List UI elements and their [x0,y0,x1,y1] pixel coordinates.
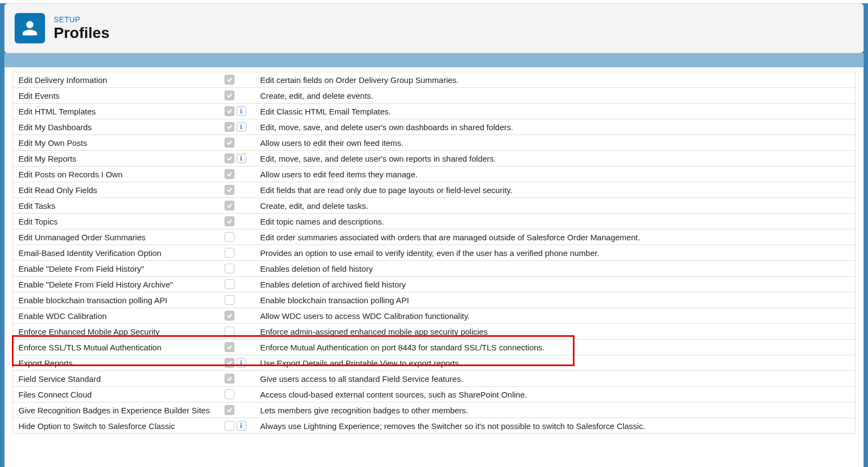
permission-description: Edit, move, save, and delete user's own … [255,119,856,135]
permission-row: Files Connect CloudAccess cloud-based ex… [13,387,856,402]
permission-description: Edit fields that are read only due to pa… [255,182,856,198]
permission-row: Enable blockchain transaction polling AP… [13,292,856,308]
permission-checkbox[interactable] [225,138,234,148]
permission-controls [219,167,255,182]
info-icon[interactable]: i [237,106,246,116]
permission-row: Enable "Delete From Field History Archiv… [13,277,856,292]
permission-description: Enables deletion of field history [255,261,856,277]
permission-checkbox[interactable] [225,91,234,100]
permission-label: Email-Based Identity Verification Option [13,245,219,261]
permission-description: Allow users to edit feed items they mana… [255,167,856,182]
permission-description: Edit Classic HTML Email Templates. [255,104,856,119]
permission-description: Allow users to edit their own feed items… [255,135,856,151]
permission-row: Edit My ReportsiEdit, move, save, and de… [13,151,856,167]
permission-row: Hide Option to Switch to Salesforce Clas… [13,418,856,434]
permission-row: Edit TopicsEdit topic names and descript… [13,214,856,229]
permission-description: Create, edit, and delete events. [255,88,856,104]
decorative-band [4,53,864,67]
permission-description: Enforce admin-assigned enhanced mobile a… [255,324,856,340]
permission-controls [219,402,255,418]
permission-controls [219,371,255,387]
permission-checkbox[interactable] [225,169,234,179]
permission-label: Edit Topics [13,214,219,229]
permission-row: Enforce SSL/TLS Mutual AuthenticationEnf… [13,340,856,355]
permission-checkbox[interactable] [225,106,234,116]
permission-row: Edit Read Only FieldsEdit fields that ar… [13,182,856,198]
permissions-panel: Edit Delivery InformationEdit certain fi… [4,67,864,467]
permission-checkbox[interactable] [225,232,234,242]
permission-controls [219,229,255,245]
permission-label: Edit My Reports [13,151,219,167]
permission-checkbox[interactable] [225,358,234,368]
info-icon[interactable]: i [237,421,246,431]
info-icon[interactable]: i [237,358,246,368]
permission-controls [219,261,255,277]
permission-controls [219,245,255,261]
breadcrumb: SETUP [54,15,110,24]
permission-row: Field Service StandardGive users access … [13,371,856,387]
permission-label: Edit Unmanaged Order Summaries [13,229,219,245]
permission-checkbox[interactable] [225,405,234,415]
permission-controls [219,88,255,104]
info-icon[interactable]: i [237,153,246,163]
permission-label: Enable blockchain transaction polling AP… [13,292,219,308]
permission-controls [219,292,255,308]
permission-label: Edit Posts on Records I Own [13,167,219,182]
permission-controls: i [219,104,255,119]
permission-checkbox[interactable] [225,295,234,305]
permission-description: Allow WDC users to access WDC Calibratio… [255,308,856,324]
permission-controls [219,198,255,214]
permission-checkbox[interactable] [225,75,234,85]
permission-checkbox[interactable] [225,374,234,383]
permission-row: Email-Based Identity Verification Option… [13,245,856,261]
permission-checkbox[interactable] [225,389,234,399]
permission-label: Edit My Own Posts [13,135,219,151]
permission-label: Files Connect Cloud [13,387,219,402]
permission-controls [219,182,255,198]
permission-checkbox[interactable] [225,248,234,258]
permission-checkbox[interactable] [225,216,234,226]
permission-checkbox[interactable] [225,185,234,195]
permission-row: Enforce Enhanced Mobile App SecurityEnfo… [13,324,856,340]
permission-controls [219,135,255,151]
permission-row: Edit TasksCreate, edit, and delete tasks… [13,198,856,214]
permission-checkbox[interactable] [225,201,234,210]
permission-description: Enables deletion of archived field histo… [255,277,856,292]
permission-checkbox[interactable] [225,327,234,336]
permission-checkbox[interactable] [225,279,234,289]
permission-label: Edit Tasks [13,198,219,214]
permission-checkbox[interactable] [225,421,234,431]
permission-checkbox[interactable] [225,311,234,321]
permission-description: Edit, move, save, and delete user's own … [255,151,856,167]
permission-label: Edit HTML Templates [13,104,219,119]
permission-checkbox[interactable] [225,264,234,273]
permission-row: Enable WDC CalibrationAllow WDC users to… [13,308,856,324]
permission-checkbox[interactable] [225,122,234,132]
permission-controls [219,277,255,292]
permission-description: Create, edit, and delete tasks. [255,198,856,214]
info-icon[interactable]: i [237,122,246,132]
permission-row: Edit Delivery InformationEdit certain fi… [13,72,856,88]
permission-description: Enforce Mutual Authentication on port 84… [255,340,856,355]
permission-label: Enforce Enhanced Mobile App Security [13,324,219,340]
permission-label: Enable "Delete From Field History Archiv… [13,277,219,292]
permission-label: Enable "Delete From Field History" [13,261,219,277]
profile-icon [15,13,45,43]
permission-checkbox[interactable] [225,342,234,352]
permission-description: Lets members give recognition badges to … [255,402,856,418]
permission-label: Give Recognition Badges in Experience Bu… [13,402,219,418]
permission-label: Export Reports [13,355,219,371]
permission-checkbox[interactable] [225,153,234,163]
permissions-table: Edit Delivery InformationEdit certain fi… [12,72,856,434]
permission-row: Edit EventsCreate, edit, and delete even… [13,88,856,104]
permission-description: Edit topic names and descriptions. [255,214,856,229]
setup-header: SETUP Profiles [4,3,864,53]
permission-row: Edit Posts on Records I OwnAllow users t… [13,167,856,182]
permission-controls: i [219,151,255,167]
permission-row: Edit My Own PostsAllow users to edit the… [13,135,856,151]
permission-controls [219,72,255,88]
page-title: Profiles [54,25,110,42]
permission-controls [219,340,255,355]
permission-row: Edit My DashboardsiEdit, move, save, and… [13,119,856,135]
permission-controls: i [219,119,255,135]
